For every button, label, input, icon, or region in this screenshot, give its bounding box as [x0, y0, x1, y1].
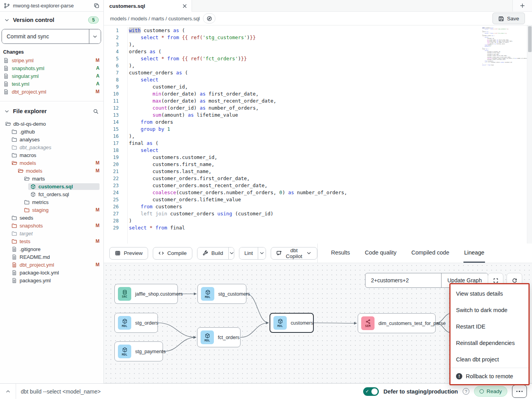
code-line[interactable]: 26 from customers [104, 203, 532, 210]
lineage-node-dim[interactable]: SEM dim_customers_test_for_parse [358, 313, 436, 333]
tree-item--gitignore[interactable]: .gitignore [0, 245, 103, 253]
code-line[interactable]: 27 left join customer_orders using (cust… [104, 210, 532, 217]
change-row[interactable]: stripe.yml M [0, 56, 103, 64]
commit-and-sync-button[interactable]: Commit and sync [2, 29, 89, 43]
code-line[interactable]: 23 customer_orders.most_recent_order_dat… [104, 182, 532, 189]
lineage-node-jaffle[interactable]: SRC jaffle_shop.customers [114, 284, 178, 304]
search-icon[interactable] [93, 108, 99, 114]
tab-lineage[interactable]: Lineage [463, 244, 485, 263]
code-line[interactable]: 13 sum(amount) as lifetime_value [104, 112, 532, 119]
editor-scrollbar[interactable] [527, 25, 532, 244]
command-input[interactable]: dbt build --select <model_name> [16, 388, 363, 395]
build-button[interactable]: Build [197, 247, 228, 259]
preview-button[interactable]: Preview [109, 247, 148, 260]
tree-item-readme-md[interactable]: README.md [0, 253, 103, 261]
tree-item-models[interactable]: modelsM [0, 159, 103, 167]
code-line[interactable]: 3), [104, 41, 532, 48]
tab-code-quality[interactable]: Code quality [364, 244, 397, 263]
menu-item-reinstall-dependencies[interactable]: Reinstall dependencies [451, 335, 528, 351]
compile-button[interactable]: Compile [153, 247, 192, 260]
menu-item-rollback-to-remote[interactable]: !Rollback to remote [451, 368, 528, 384]
tree-item--github[interactable]: .github [0, 128, 103, 135]
branch-name[interactable]: mwong-test-explorer-parse [13, 3, 90, 9]
tree-item-db-sl-qs-demo[interactable]: db-sl-qs-demo [0, 120, 103, 128]
tab-compiled-code[interactable]: Compiled code [411, 244, 450, 263]
tree-item-tests[interactable]: testsM [0, 237, 103, 245]
tree-item-dbt-project-yml[interactable]: dbt_project.ymlM [0, 261, 103, 269]
tree-item-target[interactable]: target [0, 229, 103, 237]
tree-item-macros[interactable]: macros [0, 151, 103, 159]
lineage-node-customers[interactable]: MDL customers [270, 313, 314, 333]
lineage-node-stg_payments[interactable]: MDL stg_payments [114, 341, 163, 361]
menu-item-clean-dbt-project[interactable]: Clean dbt project [451, 351, 528, 368]
dbt-copilot-button[interactable]: dbt Copilot [271, 247, 317, 260]
menu-item-view-status-details[interactable]: View status details [451, 285, 528, 302]
code-line[interactable]: 20 customers.first_name, [104, 161, 532, 168]
change-row[interactable]: snapshots.yml A [0, 64, 103, 72]
tree-item-snapshots[interactable]: snapshotsM [0, 222, 103, 229]
tree-item-marts[interactable]: marts [0, 175, 103, 182]
command-bar-expand-button[interactable] [0, 384, 16, 399]
change-row[interactable]: dbt_project.yml M [0, 88, 103, 96]
code-line[interactable]: 21 customers.last_name, [104, 168, 532, 175]
code-line[interactable]: 22 customer_orders.first_order_date, [104, 175, 532, 182]
code-line[interactable]: 29select * from final [104, 224, 532, 231]
tree-item-dbt-packages[interactable]: dbt_packages [0, 143, 103, 151]
lint-button[interactable]: Lint [239, 247, 258, 259]
new-tab-button[interactable] [512, 0, 532, 12]
file-explorer-header[interactable]: File explorer [0, 103, 103, 117]
code-line[interactable]: 6), [104, 62, 532, 69]
lineage-node-stg_customers[interactable]: MDL stg_customers [197, 284, 246, 304]
code-line[interactable]: 14 from orders [104, 119, 532, 126]
lineage-node-label: fct_orders [218, 335, 240, 340]
lineage-selector-input[interactable]: 2+customers+2 [366, 273, 441, 287]
tree-item-analyses[interactable]: analyses [0, 135, 103, 143]
tree-item-seeds[interactable]: seeds [0, 214, 103, 222]
tree-item-metrics[interactable]: metrics [0, 198, 103, 206]
tree-item-fct-orders-sql[interactable]: fct_orders.sql [0, 190, 103, 198]
tab-results[interactable]: Results [330, 244, 351, 263]
tab-customers-sql[interactable]: customers.sql [104, 0, 192, 12]
code-line[interactable]: 15 group by 1 [104, 126, 532, 133]
code-line[interactable]: 12 count(order_id) as number_of_orders, [104, 105, 532, 112]
commit-dropdown-button[interactable] [89, 29, 101, 43]
tree-item-staging[interactable]: stagingM [0, 206, 103, 214]
code-line[interactable]: 17final as ( [104, 140, 532, 147]
tree-item-packages-yml[interactable]: packages.yml [0, 276, 103, 284]
tree-item-models[interactable]: modelsM [0, 167, 103, 175]
open-in-explorer-button[interactable] [203, 13, 215, 23]
lineage-node-stg_orders[interactable]: MDL stg_orders [114, 313, 158, 333]
code-editor[interactable]: 1with customers as (2 select * from {{ r… [104, 25, 532, 244]
code-line[interactable]: 18 select [104, 147, 532, 154]
build-dropdown-button[interactable] [228, 247, 234, 259]
close-icon[interactable] [182, 3, 188, 9]
tree-item-package-lock-yml[interactable]: package-lock.yml [0, 269, 103, 276]
more-options-button[interactable] [512, 385, 527, 398]
menu-item-switch-to-dark-mode[interactable]: Switch to dark mode [451, 302, 528, 318]
code-line[interactable]: 28) [104, 217, 532, 224]
change-row[interactable]: test.yml A [0, 80, 103, 88]
tree-item-customers-sql[interactable]: customers.sql [0, 182, 103, 190]
code-line[interactable]: 16), [104, 133, 532, 140]
code-line[interactable]: 8 select [104, 76, 532, 83]
code-line[interactable]: 7customer_orders as ( [104, 69, 532, 76]
menu-item-restart-ide[interactable]: Restart IDE [451, 318, 528, 335]
code-line[interactable]: 2 select * from {{ ref('stg_customers')}… [104, 34, 532, 41]
code-line[interactable]: 4orders as ( [104, 48, 532, 55]
help-icon[interactable]: ? [463, 388, 469, 395]
code-line[interactable]: 25 customer_orders.lifetime_value [104, 196, 532, 203]
copy-branch-button[interactable] [94, 3, 100, 9]
code-line[interactable]: 5 select * from {{ ref('fct_orders')}} [104, 55, 532, 62]
code-line[interactable]: 24 coalesce(customer_orders.number_of_or… [104, 189, 532, 196]
change-row[interactable]: singular.yml A [0, 72, 103, 80]
code-line[interactable]: 10 min(order_date) as first_order_date, [104, 90, 532, 97]
code-line[interactable]: 19 customers.customer_id, [104, 154, 532, 161]
lint-dropdown-button[interactable] [258, 247, 266, 259]
lineage-node-fct_orders[interactable]: MDL fct_orders [197, 327, 241, 347]
version-control-header[interactable]: Version control 5 [0, 12, 103, 27]
code-line[interactable]: 1with customers as ( [104, 27, 532, 34]
defer-toggle[interactable]: ✓ [363, 387, 379, 396]
save-button[interactable]: Save [492, 13, 525, 24]
code-line[interactable]: 11 max(order_date) as most_recent_order_… [104, 97, 532, 105]
code-line[interactable]: 9 customer_id, [104, 83, 532, 90]
